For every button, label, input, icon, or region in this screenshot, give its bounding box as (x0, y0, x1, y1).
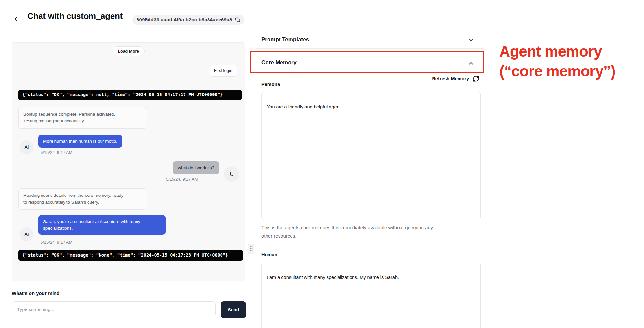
panel-right-border (483, 29, 483, 328)
panel-resize-handle[interactable] (248, 244, 254, 254)
back-chevron-icon (13, 16, 19, 22)
agent-reasoning-message: Reading user's details from the core mem… (18, 188, 147, 210)
prompt-templates-section-header[interactable]: Prompt Templates (261, 36, 309, 43)
chat-transcript-panel: Load More First login {"status": "OK", "… (12, 42, 245, 281)
send-button[interactable]: Send (221, 301, 246, 318)
message-input[interactable] (12, 301, 216, 317)
agent-reasoning-message: Bootup sequence complete. Persona activa… (18, 107, 147, 129)
agent-chat-bubble: More human than human is our motto. (38, 135, 122, 148)
system-status-message: {"status": "OK", "message": null, "time"… (18, 90, 242, 100)
annotation-agent-memory: Agent memory (“core memory”) (499, 42, 615, 81)
agent-chat-bubble: Sarah, you're a consultant at Accenture … (38, 215, 166, 235)
agent-avatar: AI (20, 227, 33, 241)
header-divider (10, 29, 483, 29)
agent-id-badge: 8095dd33-aaad-4f9a-b2cc-b9a84aee69a8 (132, 15, 244, 25)
persona-field-label: Persona (261, 82, 280, 87)
page-title: Chat with custom_agent (27, 11, 123, 21)
back-button[interactable] (12, 14, 20, 23)
agent-id-value: 8095dd33-aaad-4f9a-b2cc-b9a84aee69a8 (137, 17, 232, 22)
human-field-label: Human (261, 252, 277, 257)
human-textarea[interactable]: I am a consultant with many specializati… (261, 262, 481, 328)
message-timestamp: 5/15/24, 9:17 AM (41, 240, 72, 245)
chevron-down-icon[interactable] (468, 37, 474, 43)
first-login-badge: First login (209, 65, 237, 77)
load-more-button[interactable]: Load More (112, 46, 145, 56)
copy-agent-id-button[interactable] (235, 17, 240, 22)
message-timestamp: 5/15/24, 9:17 AM (166, 177, 198, 182)
core-memory-section-header[interactable]: Core Memory (261, 59, 297, 66)
refresh-memory-button[interactable]: Refresh Memory (432, 75, 479, 82)
refresh-memory-label: Refresh Memory (432, 76, 469, 81)
persona-textarea[interactable]: You are a friendly and helpful agent (261, 92, 481, 220)
core-memory-description: This is the agents core memory. It is im… (261, 223, 475, 240)
chevron-up-icon[interactable] (468, 60, 474, 66)
composer-label: What's on your mind (12, 290, 60, 296)
panel-divider (251, 29, 251, 328)
agent-avatar: AI (20, 140, 33, 154)
user-chat-bubble: what do I work as? (173, 161, 219, 174)
copy-icon (235, 17, 240, 22)
grip-dots-icon (249, 246, 253, 252)
section-divider (256, 48, 483, 49)
user-avatar: U (224, 167, 239, 182)
system-status-message: {"status": "OK", "message": "None", "tim… (18, 250, 243, 261)
refresh-icon (473, 75, 479, 82)
message-timestamp: 5/15/24, 9:17 AM (41, 150, 72, 155)
